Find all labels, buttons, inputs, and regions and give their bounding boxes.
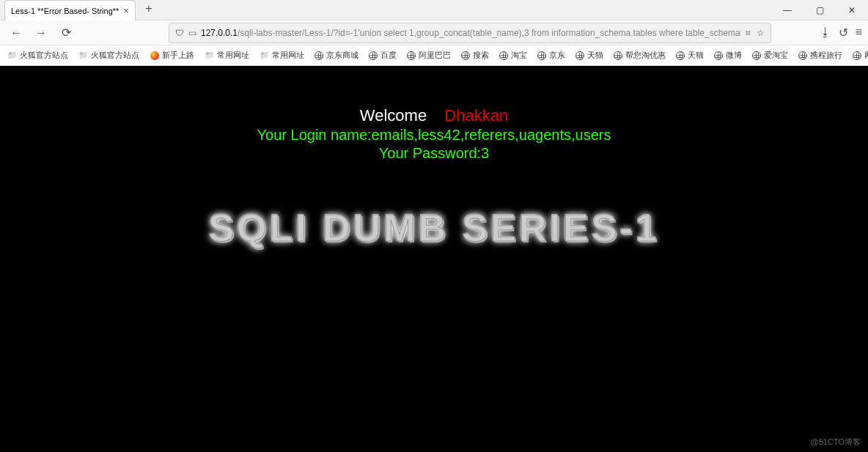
welcome-line: Welcome Dhakkan <box>0 106 868 125</box>
bookmarks-bar: 火狐官方站点火狐官方站点新手上路常用网址常用网址京东商城百度阿里巴巴搜索淘宝京东… <box>0 45 868 66</box>
bookmark-item[interactable]: 微博 <box>714 50 742 61</box>
bookmark-label: 常用网址 <box>272 50 304 61</box>
watermark: @51CTO博客 <box>811 437 861 448</box>
login-name-line: Your Login name:emails,less42,referers,u… <box>0 127 868 144</box>
bookmark-label: 网址大全 <box>864 50 868 61</box>
bookmark-label: 常用网址 <box>217 50 249 61</box>
page-content: Welcome Dhakkan Your Login name:emails,l… <box>0 66 868 452</box>
url-path: /sqli-labs-master/Less-1/?id=-1'union se… <box>238 28 741 38</box>
bookmark-item[interactable]: 阿里巴巴 <box>407 50 451 61</box>
toolbar-right: ⭳ ↺ ≡ <box>820 26 862 40</box>
bookmark-item[interactable]: 淘宝 <box>499 50 527 61</box>
qr-icon[interactable]: ⌗ <box>746 28 751 38</box>
page-info-icon: ▭ <box>188 28 196 38</box>
menu-icon[interactable]: ≡ <box>856 26 862 40</box>
bookmark-item[interactable]: 搜索 <box>461 50 489 61</box>
bookmark-label: 新手上路 <box>162 50 194 61</box>
window-controls: — ▢ ✕ <box>771 0 868 21</box>
bookmark-label: 微博 <box>726 50 742 61</box>
bookmark-label: 搜索 <box>473 50 489 61</box>
globe-icon <box>575 51 584 60</box>
globe-icon <box>461 51 470 60</box>
folder-icon <box>7 51 17 60</box>
tab-title: Less-1 **Error Based- String** <box>11 7 119 15</box>
bookmark-item[interactable]: 携程旅行 <box>798 50 842 61</box>
navigation-bar: ← → ⟳ 🛡 ▭ 127.0.0.1/sqli-labs-master/Les… <box>0 21 868 45</box>
bookmark-item[interactable]: 新手上路 <box>150 50 194 61</box>
bookmark-item[interactable]: 爱淘宝 <box>752 50 788 61</box>
bookmark-label: 爱淘宝 <box>764 50 788 61</box>
close-tab-icon[interactable]: × <box>123 5 129 16</box>
titlebar: Less-1 **Error Based- String** × + — ▢ ✕ <box>0 0 868 21</box>
bookmark-item[interactable]: 火狐官方站点 <box>78 50 139 61</box>
bookmark-label: 帮您淘优惠 <box>625 50 666 61</box>
bookmark-item[interactable]: 常用网址 <box>260 50 304 61</box>
globe-icon <box>499 51 508 60</box>
globe-icon <box>676 51 685 60</box>
url-text: 127.0.0.1/sqli-labs-master/Less-1/?id=-1… <box>201 28 741 38</box>
bookmark-label: 淘宝 <box>511 50 527 61</box>
banner: SQLI DUMB SERIES-1 <box>0 206 868 250</box>
bookmark-star-icon[interactable]: ☆ <box>757 28 765 38</box>
bookmark-label: 天猫 <box>587 50 603 61</box>
undo-icon[interactable]: ↺ <box>839 26 848 40</box>
shield-icon: 🛡 <box>175 28 184 38</box>
bookmark-item[interactable]: 京东 <box>537 50 565 61</box>
globe-icon <box>614 51 622 60</box>
globe-icon <box>714 51 723 60</box>
download-icon[interactable]: ⭳ <box>820 26 831 40</box>
welcome-text: Welcome <box>360 106 427 125</box>
firefox-icon <box>150 51 159 60</box>
bookmark-label: 阿里巴巴 <box>419 50 451 61</box>
globe-icon <box>752 51 761 60</box>
dhakkan-text: Dhakkan <box>444 106 508 125</box>
close-window-button[interactable]: ✕ <box>836 0 868 21</box>
globe-icon <box>407 51 416 60</box>
bookmark-label: 火狐官方站点 <box>20 50 68 61</box>
minimize-button[interactable]: — <box>771 0 803 21</box>
bookmark-label: 京东 <box>549 50 565 61</box>
bookmark-item[interactable]: 常用网址 <box>205 50 249 61</box>
globe-icon <box>369 51 378 60</box>
new-tab-button[interactable]: + <box>140 0 158 18</box>
bookmark-label: 百度 <box>380 50 397 61</box>
globe-icon <box>315 51 323 60</box>
bookmark-item[interactable]: 百度 <box>369 50 397 61</box>
folder-icon <box>260 51 269 60</box>
back-button[interactable]: ← <box>6 23 26 43</box>
bookmark-item[interactable]: 天猫 <box>575 50 603 61</box>
password-line: Your Password:3 <box>0 145 868 162</box>
bookmark-item[interactable]: 帮您淘优惠 <box>614 50 666 61</box>
reload-button[interactable]: ⟳ <box>56 23 76 43</box>
banner-text: SQLI DUMB SERIES-1 <box>208 206 659 250</box>
url-host: 127.0.0.1 <box>201 28 238 38</box>
forward-button[interactable]: → <box>31 23 51 43</box>
bookmark-label: 携程旅行 <box>810 50 842 61</box>
globe-icon <box>798 51 807 60</box>
folder-icon <box>205 51 214 60</box>
maximize-button[interactable]: ▢ <box>803 0 836 21</box>
bookmark-label: 火狐官方站点 <box>91 50 139 61</box>
bookmark-label: 天猫 <box>688 50 704 61</box>
bookmark-item[interactable]: 网址大全 <box>853 50 868 61</box>
browser-tab[interactable]: Less-1 **Error Based- String** × <box>4 0 136 21</box>
globe-icon <box>853 51 861 60</box>
bookmark-label: 京东商城 <box>326 50 358 61</box>
globe-icon <box>537 51 546 60</box>
folder-icon <box>78 51 88 60</box>
url-bar[interactable]: 🛡 ▭ 127.0.0.1/sqli-labs-master/Less-1/?i… <box>169 23 771 43</box>
bookmark-item[interactable]: 京东商城 <box>315 50 358 61</box>
bookmark-item[interactable]: 天猫 <box>676 50 704 61</box>
bookmark-item[interactable]: 火狐官方站点 <box>7 50 68 61</box>
